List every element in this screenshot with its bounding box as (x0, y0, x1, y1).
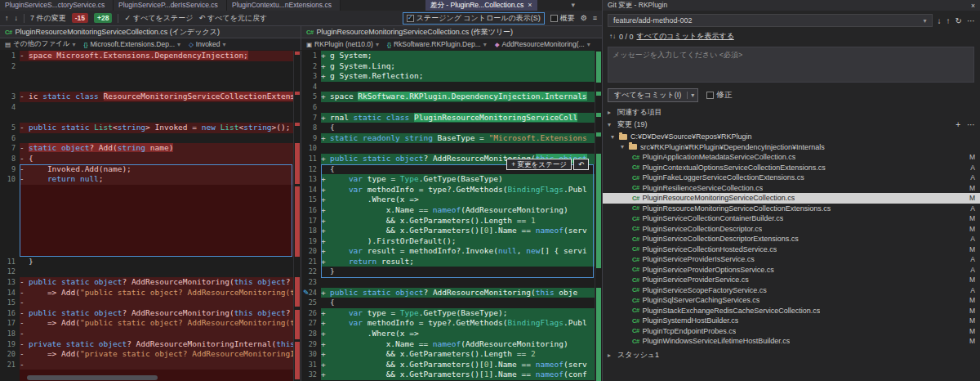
changed-file-row[interactable]: C#PluginResourceMonitoringServiceCollect… (603, 204, 980, 214)
code-line[interactable]: 9+static readonly string BaseType = "Mic… (301, 133, 602, 144)
changed-file-row[interactable]: C#PluginServiceCollectionContainerBuilde… (603, 213, 980, 224)
changed-file-row[interactable]: C#PluginSystemdHostBuilder.csM (603, 316, 980, 326)
diff-left-editor[interactable]: 1-space Microsoft.Extensions.DependencyI… (0, 51, 301, 381)
file-tab[interactable]: PluginContextu...nExtensions.cs (227, 0, 341, 11)
stage-all-plus-icon[interactable]: + (956, 120, 960, 129)
code-line[interactable]: 17- => Add("public static object? AddRes… (0, 318, 301, 329)
changed-file-row[interactable]: C#PluginResourceMonitoringServiceCollect… (603, 193, 980, 204)
related-items-section[interactable]: ▸ 関連する項目 (603, 107, 980, 118)
breadcrumb-item[interactable]: ▣RKPlugin (net10.0)▾ (306, 40, 379, 48)
code-line[interactable]: 13+ var type = Type.GetType(BaseType) (301, 174, 602, 185)
code-line[interactable] (0, 246, 301, 257)
code-line[interactable]: 10- return null; (0, 174, 301, 185)
code-line[interactable]: 7-static object? Add(string name) (0, 143, 301, 154)
stash-section[interactable]: ▸ スタッシュ1 (603, 350, 980, 361)
code-line[interactable] (0, 236, 301, 247)
code-line[interactable]: 3+g System.Reflection; (301, 71, 602, 82)
diff-right-editor[interactable]: 1+g System;2+g System.Linq;3+g System.Re… (301, 51, 602, 381)
code-line[interactable] (0, 71, 301, 82)
code-line[interactable]: 23 (301, 277, 602, 288)
diff-tab[interactable]: 差分 - PluginRe...Collection.cs × (425, 0, 537, 11)
push-icon[interactable]: ↑ (947, 16, 951, 25)
show-all-commits-link[interactable]: すべてのコミットを表示する (637, 31, 734, 42)
code-line[interactable]: 11} (0, 257, 301, 267)
changed-file-row[interactable]: C#PluginWindowsServiceLifetimeHostBuilde… (603, 336, 980, 347)
changed-file-row[interactable]: C#PluginTcpEndpointProbes.csM (603, 326, 980, 337)
code-line[interactable]: 2+g System.Linq; (301, 61, 602, 72)
stage-change-button[interactable]: + 変更をステージ (506, 159, 572, 170)
code-line[interactable]: 9- Invoked.Add(name); (0, 164, 301, 175)
left-overview-ruler[interactable] (293, 51, 301, 381)
refresh-icon[interactable]: ↻ (956, 16, 962, 25)
previous-difference-icon[interactable]: ↑ (5, 14, 9, 22)
sub-folder-row[interactable]: ▾ src¥RKPlugin¥RKPlugin¥DependencyInject… (603, 142, 980, 153)
code-line[interactable]: 24+public static object? AddResourceMoni… (301, 288, 602, 298)
code-line[interactable]: 1+g System; (301, 51, 602, 61)
code-line[interactable]: 22} (301, 267, 602, 277)
code-line[interactable]: 27+ var methodInfo = type?.GetMethods(Bi… (301, 318, 602, 329)
revert-all-button[interactable]: ↶すべてを元に戻す (198, 13, 267, 24)
changed-file-row[interactable]: C#PluginApplicationMetadataServiceCollec… (603, 152, 980, 163)
commit-options-chevron-icon[interactable]: ▾ (687, 92, 697, 99)
changed-file-row[interactable]: C#PluginServiceCollectionHostedService.c… (603, 244, 980, 255)
breadcrumb-item[interactable]: ▤その他のファイル▾ (5, 39, 76, 49)
horizontal-scrollbar[interactable] (27, 375, 158, 380)
ellipsis-icon[interactable]: ⋯ (967, 120, 975, 129)
code-line[interactable]: 16-public static object? AddResourceMoni… (0, 308, 301, 319)
code-line[interactable]: 32+ && x.GetParameters()[1].Name == name… (301, 370, 602, 380)
code-line[interactable]: 6 (0, 133, 301, 144)
amend-toggle[interactable]: 修正 (706, 90, 732, 101)
code-line[interactable]: 6 (301, 102, 602, 113)
code-line[interactable]: 18+ && x.GetParameters()[0].Name == name… (301, 226, 602, 236)
code-line[interactable]: 3-ic static class ResourceMonitoringServ… (0, 92, 301, 102)
close-icon[interactable]: × (528, 0, 532, 11)
changed-file-row[interactable]: C#PluginResilienceServiceCollection.csM (603, 183, 980, 194)
code-line[interactable] (0, 216, 301, 226)
more-actions-icon[interactable]: ⋯ (967, 16, 975, 25)
menu-icon[interactable]: ≡ (593, 14, 597, 22)
file-tab[interactable]: PluginServiceP...derIsService.cs (114, 0, 227, 11)
stage-all-button[interactable]: ✓すべてをステージ (124, 13, 193, 24)
code-line[interactable]: 8-{ (0, 154, 301, 164)
breadcrumb-item[interactable]: ◇Invoked▾ (189, 40, 226, 48)
changed-file-row[interactable]: C#PluginServiceCollectionDescriptorExten… (603, 234, 980, 244)
code-line[interactable] (0, 82, 301, 92)
code-line[interactable]: 15+ .Where(x => (301, 195, 602, 205)
changed-file-row[interactable]: C#PluginServiceProviderIsService.csA (603, 254, 980, 265)
changes-section-header[interactable]: ▾ 変更 (19) + ⋯ (603, 119, 980, 130)
code-line[interactable] (0, 185, 301, 195)
code-line[interactable]: 28+ .Where(x => (301, 329, 602, 339)
code-line[interactable]: 25{ (301, 298, 602, 308)
code-line[interactable]: 18- (0, 329, 301, 339)
changed-file-row[interactable]: C#PluginServiceProviderOptionsService.cs… (603, 265, 980, 276)
code-line[interactable]: 12 (0, 267, 301, 277)
code-line[interactable]: 15- (0, 298, 301, 308)
root-folder-row[interactable]: ▾ C:¥D¥Dev¥Source¥Repos¥RKPlugin (603, 132, 980, 142)
changed-file-row[interactable]: C#PluginStackExchangeRedisCacheServiceCo… (603, 306, 980, 316)
commit-all-button[interactable]: すべてをコミット(I) ▾ (608, 88, 698, 102)
code-line[interactable]: 16+ x.Name == nameof(AddResourceMonitori… (301, 205, 602, 216)
code-line[interactable]: 26+ var type = Type.GetType(BaseType); (301, 308, 602, 319)
code-line[interactable]: 31+ && x.GetParameters()[0].Name == name… (301, 360, 602, 370)
code-line[interactable]: 5+space RkSoftware.RKPlugin.DependencyIn… (301, 92, 602, 102)
close-icon[interactable]: × (971, 2, 975, 10)
changed-file-row[interactable]: C#PluginSqlServerCachingServices.csM (603, 295, 980, 306)
code-line[interactable]: 14- => Add("public static object? AddRes… (0, 288, 301, 298)
code-line[interactable]: 21+ return result; (301, 257, 602, 267)
code-line[interactable] (0, 226, 301, 236)
breadcrumb-item[interactable]: ◆AddResourceMonitoring(...▾ (495, 40, 590, 48)
branch-selector[interactable]: feature/add-method-002 ▾ (608, 14, 933, 27)
code-line[interactable]: 14+ var methodInfo = type?.GetMethods(Bi… (301, 185, 602, 195)
code-line[interactable]: 21- (0, 360, 301, 370)
code-line[interactable]: 19+ ).FirstOrDefault(); (301, 236, 602, 247)
breadcrumb-item[interactable]: {}Microsoft.Extensions.Dep...▾ (84, 40, 181, 48)
changed-file-row[interactable]: C#PluginServiceCollectionDescriptor.csM (603, 224, 980, 235)
gear-icon[interactable]: ⚙ (581, 14, 587, 22)
changed-file-row[interactable]: C#PluginServiceScopeFactoryService.csA (603, 285, 980, 296)
commit-message-input[interactable] (608, 47, 974, 83)
code-line[interactable]: 19-private static object? AddResourceMon… (0, 339, 301, 350)
next-difference-icon[interactable]: ↓ (15, 14, 19, 22)
changed-file-row[interactable]: C#PluginServiceProviderService.csM (603, 275, 980, 285)
code-line[interactable] (0, 205, 301, 216)
breadcrumb-item[interactable]: {}RkSoftware.RKPlugin.Dep...▾ (387, 40, 487, 48)
